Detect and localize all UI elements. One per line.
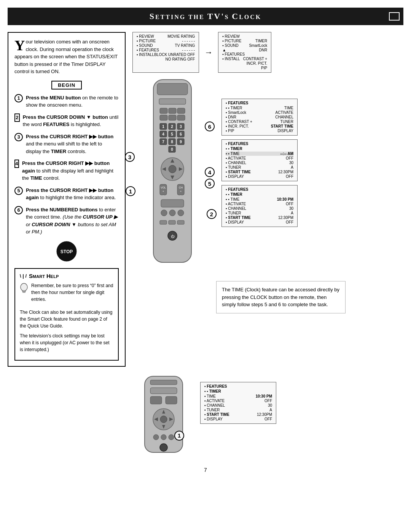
step-6-text: Press the NUMBERED buttons to enter the …: [26, 206, 119, 236]
svg-text:+: +: [180, 190, 182, 193]
bottom-menu-timer: ▪ ▪ TIMER: [204, 389, 272, 393]
svg-rect-8: [160, 108, 167, 113]
menu5-starttime: ▪ START TIME 12:30PM: [226, 216, 293, 220]
menu2-sound-val: SmartLock: [249, 43, 267, 48]
svg-rect-58: [150, 380, 177, 385]
bottom-menu-starttime: ▪ START TIME 12:30PM: [204, 412, 272, 417]
svg-text:4: 4: [162, 132, 164, 136]
intro-text: Your television comes with an onscreen c…: [14, 38, 119, 75]
menu2-row-sound: ▪ SOUND SmartLock: [222, 43, 267, 48]
menu2-install-key: ▪ INSTALL: [222, 57, 240, 61]
step-1: 1 Press the MENU button on the remote to…: [14, 94, 119, 109]
step-label-6: 6: [205, 121, 215, 131]
step-4-text: Press the CURSOR RIGHT ▶▶ button again t…: [22, 160, 119, 182]
menu1-row-sound: ▪ SOUND TV RATING: [137, 43, 195, 48]
menu2-pip-val: PIP: [261, 66, 267, 70]
menu4-timer: ▪ ▪ TIMER: [226, 147, 293, 151]
smart-help-label: Smart Help: [29, 273, 59, 279]
bottom-menu-title: ▪ FEATURES: [204, 384, 272, 388]
step-1-num: 1: [14, 94, 23, 102]
smart-help-title: \ | / Smart Help: [20, 273, 113, 279]
menu3-contrast: ▪ CONTRAST + TUNER: [226, 120, 293, 124]
svg-text:7: 7: [162, 140, 164, 144]
menu1-row-review: ▪ REVIEW MOVIE RATING: [137, 34, 195, 38]
svg-text:2: 2: [171, 125, 173, 129]
menu2-features-val: DNR: [259, 48, 268, 56]
menu5-channel: ▪ CHANNEL 30: [226, 206, 293, 211]
bottom-remote-svg: [133, 374, 194, 458]
begin-badge: BEGIN: [51, 81, 82, 89]
step-4: 4 Press the CURSOR RIGHT ▶▶ button again…: [14, 160, 119, 182]
menu4-time: ▪ ▪ TIME --:-- AM: [226, 152, 293, 156]
svg-rect-9: [169, 108, 176, 113]
step-3-num: 3: [14, 133, 23, 141]
intro-body: our television comes with an onscreen cl…: [14, 39, 118, 74]
step-5-num: 5: [14, 187, 23, 195]
svg-text:3: 3: [180, 125, 182, 129]
menu1-install-key: ▪ INSTALL: [137, 53, 154, 57]
menu2-incr-val: INCR. PICT.: [247, 61, 267, 66]
menu2-row-incr: INCR. PICT.: [222, 61, 267, 66]
menu3-pip: ▪ PIP DISPLAY: [226, 129, 293, 133]
remote-container: 1 2 3 4 5 6 7 8: [132, 76, 216, 275]
step-5: 5 Press the CURSOR RIGHT ▶▶ button again…: [14, 187, 119, 201]
bulb-icon: [20, 283, 28, 294]
bottom-menu-time: ▪ TIME 10:30 PM: [204, 394, 272, 398]
svg-rect-48: [161, 200, 184, 207]
menu4-title: ▪ FEATURES: [226, 142, 293, 146]
svg-point-63: [160, 416, 167, 423]
bottom-menu-activate: ▪ ACTIVATE OFF: [204, 399, 272, 403]
step-label-4: 4: [205, 167, 215, 177]
stop-icon: STOP: [56, 241, 77, 262]
step-6-num: 6: [14, 206, 23, 214]
step-label-5: 5: [205, 179, 215, 189]
svg-point-70: [169, 435, 174, 440]
menus-stack: ▪ FEATURES ▪ ▪ TIMER TIME ▪ SmartLock AC…: [221, 99, 298, 227]
bottom-menu-display: ▪ DISPLAY OFF: [204, 417, 272, 421]
bottom-remote-container: 1: [133, 374, 194, 459]
step-label-2: 2: [207, 209, 217, 219]
menu1-row-norating: NO RATING OFF: [137, 57, 195, 61]
menu3-dnr: ▪ DNR CHANNEL: [226, 115, 293, 119]
svg-rect-6: [157, 83, 188, 95]
menu3-title: ▪ FEATURES: [226, 101, 293, 105]
svg-rect-54: [177, 220, 184, 224]
svg-text:VOL: VOL: [161, 186, 166, 189]
menu1-picture-val: - - - - - -: [182, 39, 195, 43]
step-2-num: 2: [14, 113, 20, 122]
menu1-picture-key: ▪ PICTURE: [137, 39, 156, 43]
svg-point-49: [161, 210, 167, 216]
step-2-text: Press the CURSOR DOWN ▼ button until the…: [23, 113, 119, 128]
menu2-picture-val: TIMER: [255, 39, 267, 43]
svg-text:⏻: ⏻: [171, 235, 175, 238]
menu2-row-picture: ▪ PICTURE TIMER: [222, 39, 267, 43]
svg-rect-11: [160, 115, 167, 120]
svg-text:6: 6: [180, 132, 182, 136]
step-3: 3 Press the CURSOR RIGHT ▶▶ button and t…: [14, 133, 119, 155]
menu1-install-val: BLOCK UNRATED OFF: [154, 53, 195, 57]
clock-info-box: The TIME (Clock) feature can be accessed…: [216, 281, 346, 313]
menu4-starttime: ▪ START TIME 12:30PM: [226, 170, 293, 174]
step-4-num: 4: [14, 160, 19, 168]
svg-rect-7: [159, 99, 186, 104]
corner-box: [389, 12, 400, 21]
svg-rect-52: [160, 220, 167, 224]
menu2-row-install: ▪ INSTALL CONTRAST +: [222, 57, 267, 61]
svg-point-71: [160, 444, 167, 451]
svg-point-51: [178, 210, 184, 216]
menu-card-3: ▪ FEATURES ▪ ▪ TIMER TIME ▪ SmartLock AC…: [221, 99, 298, 136]
smart-help-tip1-row: Remember, be sure to press “0” first and…: [20, 282, 113, 306]
menu2-row-review: ▪ REVIEW: [222, 34, 267, 38]
svg-point-2: [21, 283, 27, 291]
bottom-remote-section: 1 ▪ FEATURES ▪ ▪ TIMER ▪ TIME 10:30 PM ▪…: [133, 374, 403, 459]
step-3-text: Press the CURSOR RIGHT ▶▶ button and the…: [26, 133, 119, 155]
page-number: 7: [8, 467, 403, 473]
svg-text:STOP: STOP: [61, 249, 73, 254]
svg-text:0: 0: [171, 147, 173, 152]
menu5-activate: ▪ ACTIVATE OFF: [226, 202, 293, 206]
menu1-sound-key: ▪ SOUND: [137, 43, 153, 48]
clock-info-text: The TIME (Clock) feature can be accessed…: [222, 287, 339, 307]
menu5-title: ▪ FEATURES: [226, 187, 293, 192]
main-content: Your television comes with an onscreen c…: [8, 32, 403, 367]
stop-area: STOP: [14, 241, 119, 263]
